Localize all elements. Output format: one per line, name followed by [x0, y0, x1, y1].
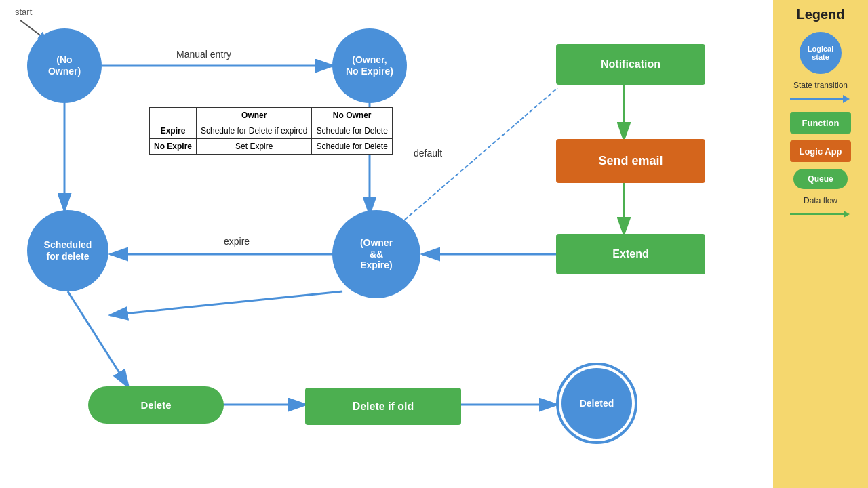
logic-app-send-email: Send email — [556, 139, 705, 183]
label-default: default — [414, 148, 442, 159]
legend-state-transition-label: State transition — [793, 81, 848, 90]
table-cell-expire-no-owner: Schedule for Delete — [312, 123, 392, 139]
label-expire: expire — [224, 236, 250, 247]
diagram-area: start (NoOwner) (Owner,No Expire) Schedu… — [0, 0, 773, 488]
start-label: start — [15, 7, 32, 17]
legend-queue-icon: Queue — [793, 169, 848, 189]
legend-logic-app-icon: Logic App — [790, 140, 851, 162]
table-cell-expire-owner: Schedule for Delete if expired — [197, 123, 312, 139]
legend-circle-icon: Logicalstate — [800, 32, 842, 74]
state-owner-no-expire: (Owner,No Expire) — [332, 28, 407, 103]
table-row-expire-label: Expire — [150, 123, 197, 139]
state-deleted: Deleted — [561, 368, 632, 439]
legend-data-arrow-line — [790, 214, 844, 215]
table-header-owner: Owner — [197, 108, 312, 123]
legend-state-transition: State transition — [778, 81, 863, 105]
legend-data-arrow — [790, 208, 851, 220]
legend-logical-state: Logicalstate — [778, 32, 863, 74]
state-no-owner: (NoOwner) — [27, 28, 102, 103]
table-cell-no-expire-no-owner: Schedule for Delete — [312, 139, 392, 155]
legend-function: Function — [778, 112, 863, 134]
table-cell-no-expire-owner: Set Expire — [197, 139, 312, 155]
state-deleted-container: Deleted — [556, 363, 637, 444]
table-row-no-expire-label: No Expire — [150, 139, 197, 155]
legend-data-flow: Data flow — [778, 196, 863, 220]
state-scheduled-delete: Scheduledfor delete — [27, 210, 108, 291]
legend-queue: Queue — [778, 169, 863, 189]
table-header-no-owner: No Owner — [312, 108, 392, 123]
queue-delete-if-old: Delete if old — [305, 388, 461, 425]
function-extend: Extend — [556, 234, 705, 274]
state-table: Owner No Owner Expire Schedule for Delet… — [149, 107, 393, 155]
svg-line-12 — [68, 291, 129, 388]
legend-function-icon: Function — [790, 112, 851, 134]
legend-state-arrow — [790, 93, 851, 105]
legend-panel: Legend Logicalstate State transition Fun… — [773, 0, 868, 488]
queue-delete: Delete — [88, 386, 224, 424]
legend-state-arrow-line — [790, 98, 844, 100]
svg-line-11 — [110, 291, 342, 315]
function-notification: Notification — [556, 44, 705, 85]
legend-title: Legend — [796, 7, 844, 22]
label-manual-entry: Manual entry — [176, 49, 231, 60]
legend-data-flow-label: Data flow — [804, 196, 837, 205]
state-owner-expire: (Owner&&Expire) — [332, 210, 420, 298]
legend-logic-app: Logic App — [778, 140, 863, 162]
